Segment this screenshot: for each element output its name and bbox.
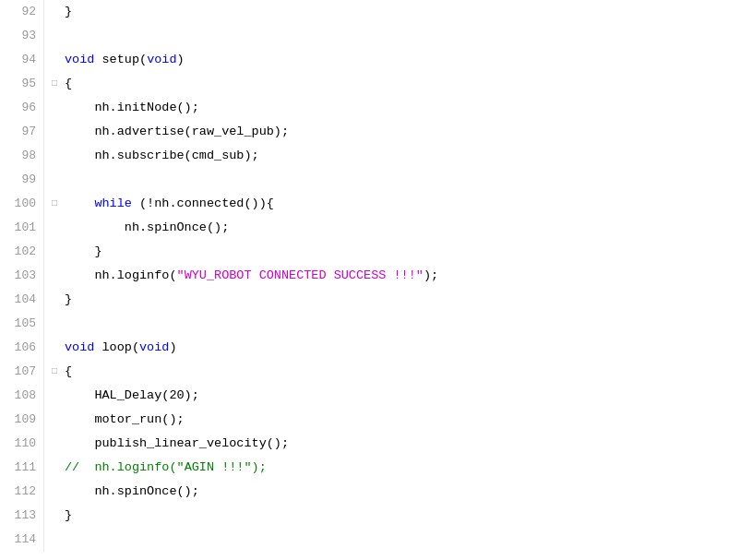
table-row: 96 nh.initNode();: [0, 96, 752, 120]
code-token: {: [65, 364, 72, 378]
line-number: 108: [0, 384, 44, 408]
line-number: 109: [0, 408, 44, 432]
code-content: {: [61, 72, 72, 96]
code-token: void: [147, 53, 176, 66]
code-token: void: [65, 53, 94, 66]
code-content: publish_linear_velocity();: [61, 432, 289, 456]
line-number: 107: [0, 360, 44, 384]
code-token: while: [94, 197, 132, 210]
code-token: );: [252, 460, 267, 474]
line-number: 111: [0, 456, 44, 480]
code-token: nh.spinOnce();: [65, 484, 199, 498]
code-token: motor_run();: [65, 412, 185, 426]
table-row: 98 nh.subscribe(cmd_sub);: [0, 144, 752, 168]
code-content: }: [61, 0, 72, 24]
code-token: nh.loginfo(: [65, 268, 177, 282]
code-content: nh.spinOnce();: [61, 216, 229, 240]
table-row: 101 nh.spinOnce();: [0, 216, 752, 240]
code-token: ): [177, 53, 185, 66]
code-content: nh.initNode();: [61, 96, 199, 120]
table-row: 92}: [0, 0, 752, 24]
code-token: {: [65, 77, 72, 90]
table-row: 113}: [0, 504, 752, 528]
code-token: ): [169, 340, 176, 354]
code-token: nh.subscribe(cmd_sub);: [65, 149, 259, 162]
line-number: 95: [0, 72, 44, 96]
table-row: 114: [0, 528, 752, 552]
code-content: void loop(void): [61, 336, 177, 360]
code-token: nh.initNode();: [65, 101, 199, 114]
line-number: 97: [0, 120, 44, 144]
line-number: 104: [0, 288, 44, 312]
table-row: 100□ while (!nh.connected()){: [0, 192, 752, 216]
fold-indicator[interactable]: □: [48, 360, 61, 384]
table-row: 112 nh.spinOnce();: [0, 480, 752, 504]
table-row: 99: [0, 168, 752, 192]
code-token: HAL_Delay(20);: [65, 388, 199, 402]
line-number: 112: [0, 480, 44, 504]
table-row: 111// nh.loginfo("AGIN !!!");: [0, 456, 752, 480]
code-content: }: [61, 504, 72, 528]
code-token: );: [424, 268, 438, 282]
table-row: 108 HAL_Delay(20);: [0, 384, 752, 408]
table-row: 104}: [0, 288, 752, 312]
code-token: publish_linear_velocity();: [65, 436, 289, 450]
code-token: "AGIN !!!": [177, 460, 252, 474]
code-content: nh.subscribe(cmd_sub);: [61, 144, 259, 168]
code-token: [65, 197, 94, 210]
code-content: }: [61, 288, 72, 312]
line-number: 98: [0, 144, 44, 168]
code-token: }: [65, 5, 72, 18]
code-token: nh.spinOnce();: [65, 220, 229, 234]
table-row: 106void loop(void): [0, 336, 752, 360]
code-token: // nh.loginfo(: [65, 460, 177, 474]
code-content: }: [61, 240, 102, 264]
line-number: 96: [0, 96, 44, 120]
table-row: 94void setup(void): [0, 48, 752, 72]
code-content: nh.advertise(raw_vel_pub);: [61, 120, 289, 144]
code-content: while (!nh.connected()){: [61, 192, 274, 216]
table-row: 110 publish_linear_velocity();: [0, 432, 752, 456]
line-number: 94: [0, 48, 44, 72]
table-row: 95□{: [0, 72, 752, 96]
line-number: 106: [0, 336, 44, 360]
code-token: nh.advertise(raw_vel_pub);: [65, 125, 289, 138]
table-row: 107□{: [0, 360, 752, 384]
table-row: 97 nh.advertise(raw_vel_pub);: [0, 120, 752, 144]
line-number: 93: [0, 24, 44, 48]
fold-indicator[interactable]: □: [48, 72, 61, 96]
line-number: 92: [0, 0, 44, 24]
code-content: void setup(void): [61, 48, 185, 72]
line-number: 103: [0, 264, 44, 288]
code-content: {: [61, 360, 72, 384]
table-row: 102 }: [0, 240, 752, 264]
code-token: (!nh.connected()){: [132, 197, 274, 210]
table-row: 93: [0, 24, 752, 48]
line-number: 99: [0, 168, 44, 192]
fold-indicator[interactable]: □: [48, 192, 61, 216]
code-content: nh.loginfo("WYU_ROBOT CONNECTED SUCCESS …: [61, 264, 438, 288]
code-token: loop(: [94, 340, 139, 354]
code-token: }: [65, 508, 72, 522]
code-content: nh.spinOnce();: [61, 480, 199, 504]
code-token: void: [65, 340, 94, 354]
line-number: 105: [0, 312, 44, 336]
line-number: 101: [0, 216, 44, 240]
code-content: // nh.loginfo("AGIN !!!");: [61, 456, 267, 480]
code-content: motor_run();: [61, 408, 185, 432]
line-number: 100: [0, 192, 44, 216]
code-token: }: [65, 292, 72, 306]
code-content: HAL_Delay(20);: [61, 384, 199, 408]
code-token: "WYU_ROBOT CONNECTED SUCCESS !!!": [177, 268, 424, 282]
code-editor: 92}9394void setup(void)95□{96 nh.initNod…: [0, 0, 752, 560]
table-row: 103 nh.loginfo("WYU_ROBOT CONNECTED SUCC…: [0, 264, 752, 288]
code-token: setup(: [94, 53, 147, 66]
line-number: 102: [0, 240, 44, 264]
line-number: 113: [0, 504, 44, 528]
table-row: 105: [0, 312, 752, 336]
code-token: void: [139, 340, 169, 354]
table-row: 109 motor_run();: [0, 408, 752, 432]
line-number: 110: [0, 432, 44, 456]
code-token: }: [65, 244, 102, 258]
line-number: 114: [0, 528, 44, 552]
